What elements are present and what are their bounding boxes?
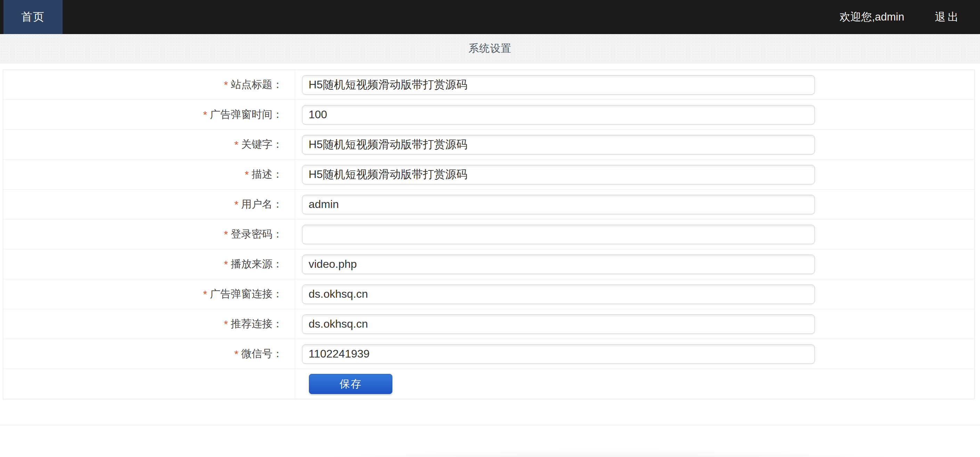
keywords-label: 关键字： [241,137,283,152]
bottom-shadow-decoration [0,405,980,457]
required-asterisk: * [224,259,228,270]
play-source-input[interactable] [302,254,815,274]
login-password-input[interactable] [302,225,815,244]
site-title-label: 站点标题： [231,78,283,92]
required-asterisk: * [224,228,228,240]
login-password-label: 登录密码： [231,227,283,241]
page-title: 系统设置 [468,42,512,56]
topbar-right: 欢迎您,admin 退出 [840,0,980,34]
recommend-link-input[interactable] [302,315,815,334]
required-asterisk: * [224,79,228,91]
save-row: 保存 [3,369,974,399]
description-input[interactable] [302,165,815,184]
form-rows: * 站点标题： * 广告弹窗时间： * 关键字： * 描述： [3,70,974,369]
required-asterisk: * [203,288,207,300]
keywords-input[interactable] [302,135,815,154]
save-button[interactable]: 保存 [309,374,392,394]
required-asterisk: * [203,109,207,121]
save-row-label-spacer [3,369,295,399]
required-asterisk: * [224,318,228,330]
ad-popup-link-label: 广告弹窗连接： [210,287,283,301]
form-row-play-source: * 播放来源： [3,249,974,279]
required-asterisk: * [245,169,249,181]
ad-popup-time-label: 广告弹窗时间： [210,107,283,122]
form-row-site-title: * 站点标题： [3,70,974,100]
form-row-username: * 用户名： [3,190,974,219]
required-asterisk: * [234,198,239,211]
topbar: 首页 欢迎您,admin 退出 [0,0,980,34]
form-row-recommend-link: * 推荐连接： [3,309,974,339]
required-asterisk: * [234,348,239,360]
tab-home[interactable]: 首页 [3,0,62,34]
ad-popup-link-input[interactable] [302,284,815,304]
recommend-link-label: 推荐连接： [231,317,283,331]
settings-form: * 站点标题： * 广告弹窗时间： * 关键字： * 描述： [3,70,975,399]
welcome-text: 欢迎您,admin [840,10,904,24]
description-label: 描述： [251,167,283,182]
play-source-label: 播放来源： [231,257,283,271]
required-asterisk: * [234,139,239,150]
username-label: 用户名： [241,197,283,211]
ad-popup-time-input[interactable] [302,105,815,125]
site-title-input[interactable] [302,75,815,94]
form-row-login-password: * 登录密码： [3,219,974,249]
form-row-ad-popup-link: * 广告弹窗连接： [3,279,974,309]
page-title-band: 系统设置 [0,34,980,63]
footer-divider [0,425,980,425]
logout-link[interactable]: 退出 [935,10,961,24]
wechat-id-input[interactable] [302,344,815,364]
form-row-description: * 描述： [3,160,974,190]
username-input[interactable] [302,195,815,214]
save-row-input-cell: 保存 [295,374,974,394]
form-row-keywords: * 关键字： [3,130,974,160]
form-row-ad-popup-time: * 广告弹窗时间： [3,100,974,130]
form-row-wechat-id: * 微信号： [3,339,974,369]
wechat-id-label: 微信号： [241,347,283,361]
